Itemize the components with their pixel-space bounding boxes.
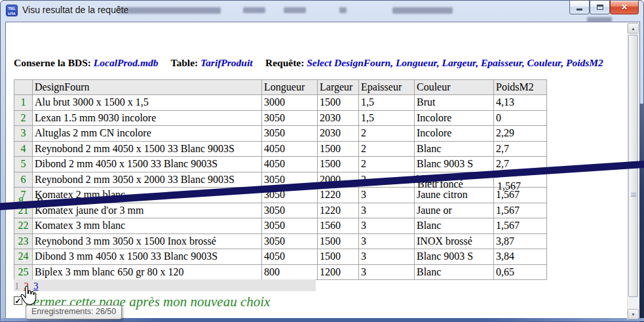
data-cell: Blanc: [415, 141, 494, 157]
data-cell: Lexan 1.5 mm 9030 incolore: [33, 110, 262, 126]
column-header: PoidsM2: [494, 80, 547, 95]
data-cell: Dibond 2 mm 4050 x 1500 33 Blanc 9003S: [33, 157, 262, 172]
data-cell: Reynobond 3 mm 3050 x 1500 Inox brossé: [33, 233, 262, 249]
data-cell: 1560: [318, 218, 359, 234]
data-cell: 800: [262, 264, 318, 280]
data-cell: 4050: [262, 141, 318, 157]
row-number-cell: 3: [14, 126, 33, 142]
data-cell: 1220: [318, 203, 359, 218]
query-segment: Table:: [158, 57, 200, 68]
vertical-scrollbar[interactable]: ▲ ▼: [627, 23, 638, 319]
data-cell: 3: [359, 188, 415, 203]
query-line-1: Conserne la BDS: LocalProd.mdb Table: Ta…: [14, 56, 623, 69]
data-cell: Blanc: [415, 218, 494, 234]
up-arrow-icon: ▲: [631, 26, 635, 31]
titlebar[interactable]: TBLHTA Visu resultat de la requête ✕: [1, 1, 643, 20]
data-cell: 1500: [318, 95, 359, 111]
column-header: Couleur: [415, 80, 494, 95]
data-cell: 1220: [318, 188, 359, 203]
column-header: Longueur: [262, 80, 318, 95]
row-number-cell: 24: [14, 249, 33, 265]
pagination-band: [14, 279, 316, 291]
row-number-cell: 6: [14, 172, 33, 188]
ghost-artifact: [243, 7, 265, 13]
ghost-artifact: [339, 7, 347, 13]
data-cell: 1,5: [359, 95, 415, 111]
data-cell: 4050: [262, 249, 318, 265]
data-cell: 3,87: [494, 233, 547, 249]
query-segment: TarifProduit: [200, 57, 253, 68]
column-header: Largeur: [318, 80, 359, 95]
scroll-up-button[interactable]: ▲: [628, 23, 639, 33]
table-row: 22Komatex 3 mm blanc305015603Blanc1,567: [14, 218, 547, 234]
data-cell: 2030: [318, 110, 359, 126]
table-row: 1Alu brut 3000 x 1500 x 1,5300015001,5Br…: [14, 95, 547, 111]
data-cell: Incolore: [415, 110, 494, 126]
query-segment: LocalProd.mdb: [94, 57, 159, 68]
table-row: 21Komatex jaune d'or 3 mm305012203Jaune …: [14, 203, 547, 218]
data-cell: Brut: [415, 95, 494, 111]
query-segment: Select DesignFourn, Longueur, Largeur, E…: [307, 57, 603, 68]
data-cell: 4050: [262, 157, 318, 172]
window-title: Visu resultat de la requête: [22, 5, 128, 15]
maximize-icon: [597, 5, 603, 10]
row-number-cell: 22: [14, 218, 33, 234]
data-cell: 3: [359, 264, 415, 280]
data-cell: 0,65: [494, 264, 547, 280]
table-row: 2Lexan 1.5 mm 9030 incolore305020301,5In…: [14, 110, 547, 126]
ghost-artifact: [284, 7, 306, 13]
data-cell: 1500: [318, 249, 359, 265]
row-number-cell: 1: [14, 95, 33, 111]
ghost-artifact: [392, 7, 453, 14]
hand-cursor-icon: [20, 286, 37, 306]
ghost-artifact: [117, 7, 221, 14]
data-cell: Komatex 3 mm blanc: [33, 218, 262, 234]
data-cell: 3: [359, 218, 415, 234]
table-header-row: DesignFournLongueurLargeurEpaisseurCoule…: [14, 80, 547, 95]
data-cell: 1,567: [494, 203, 547, 218]
data-cell: 3: [359, 233, 415, 249]
scrollbar-grip-icon: [631, 193, 636, 197]
data-cell: 0: [494, 110, 547, 126]
minimize-button[interactable]: [569, 1, 590, 14]
data-cell: 3,84: [494, 249, 547, 265]
screenshot-root: TBLHTA Visu resultat de la requête ✕ Con…: [0, 0, 644, 322]
data-cell: 1500: [318, 157, 359, 172]
data-cell: INOX brossé: [415, 233, 494, 249]
data-cell: 3: [359, 249, 415, 265]
table-row: 24Dibond 3 mm 4050 x 1500 33 Blanc 9003S…: [14, 249, 547, 265]
data-cell: Incolore: [415, 126, 494, 142]
data-cell: Alu brut 3000 x 1500 x 1,5: [33, 95, 262, 111]
minimize-icon: [577, 9, 582, 10]
data-cell: Altuglas 2 mm CN incolore: [33, 126, 262, 142]
page-link-1[interactable]: 1: [14, 281, 20, 291]
data-cell: 2030: [318, 126, 359, 142]
row-number-cell: 2: [14, 110, 33, 126]
query-segment: Conserne la BDS:: [14, 57, 94, 68]
data-cell: 3: [359, 203, 415, 218]
table-row: 25Biplex 3 mm blanc 650 gr 80 x 12080012…: [14, 264, 547, 280]
data-cell: Biplex 3 mm blanc 650 gr 80 x 120: [33, 264, 262, 280]
data-cell: Jaune or: [415, 203, 494, 218]
data-cell: 2: [359, 126, 415, 142]
data-cell: 4,13: [494, 95, 547, 111]
records-tooltip: Enregistrements: 26/50: [26, 305, 122, 319]
data-cell: 3050: [262, 203, 318, 218]
data-cell: Reynobond 2 mm 4050 x 1500 33 Blanc 9003…: [33, 141, 262, 157]
data-cell: 2: [359, 141, 415, 157]
table-row: 5Dibond 2 mm 4050 x 1500 33 Blanc 9003S4…: [14, 157, 547, 172]
maximize-button[interactable]: [590, 1, 610, 14]
table-row: 3Altuglas 2 mm CN incolore305020302Incol…: [14, 126, 547, 142]
scroll-down-button[interactable]: ▼: [628, 309, 639, 319]
table-row: 23Reynobond 3 mm 3050 x 1500 Inox brossé…: [14, 233, 547, 249]
data-cell: 2,29: [494, 126, 547, 142]
hand-cursor: [20, 286, 37, 309]
app-icon: TBLHTA: [6, 5, 18, 16]
data-cell: 3050: [262, 110, 318, 126]
row-number-cell: 25: [14, 264, 33, 280]
row-number-cell: 5: [14, 157, 33, 172]
close-button[interactable]: ✕: [610, 1, 639, 14]
data-cell: 2,7: [494, 141, 547, 157]
data-cell: 1500: [318, 141, 359, 157]
data-cell: Blanc 9003 S: [415, 249, 494, 265]
